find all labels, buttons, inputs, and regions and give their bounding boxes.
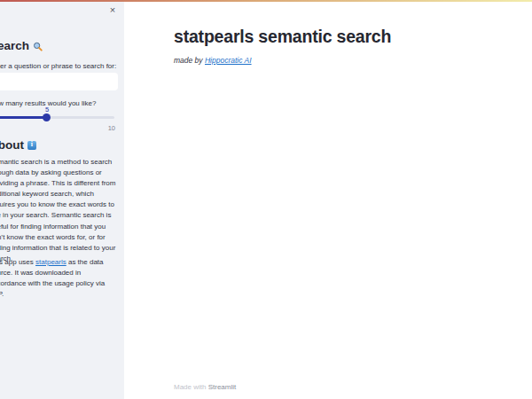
- streamlit-decoration-bar: [0, 0, 532, 2]
- search-icon: [33, 41, 43, 51]
- sidebar: × Search Enter a question or phrase to s…: [0, 0, 124, 399]
- search-heading-label: Search: [0, 39, 29, 52]
- slider-max-label: 10: [108, 124, 115, 132]
- app-window: × Search Enter a question or phrase to s…: [0, 0, 532, 399]
- hippocratic-ai-link[interactable]: Hippocratic AI: [205, 56, 252, 65]
- search-section-heading: Search: [0, 39, 43, 52]
- main-content: statpearls semantic search made by Hippo…: [124, 2, 532, 399]
- byline: made by Hippocratic AI: [174, 56, 252, 65]
- sidebar-content: Search Enter a question or phrase to sea…: [0, 0, 118, 399]
- byline-prefix: made by: [174, 56, 205, 65]
- sidebar-close-button[interactable]: ×: [107, 4, 118, 15]
- about-heading-label: About: [0, 138, 24, 152]
- info-icon: [27, 141, 36, 150]
- streamlit-footer: Made with Streamlit: [174, 383, 236, 391]
- streamlit-brand-link[interactable]: Streamlit: [208, 383, 237, 391]
- page-title: statpearls semantic search: [174, 27, 391, 47]
- source-note-prefix: This app uses: [0, 258, 35, 266]
- slider-current-value: 5: [45, 106, 49, 113]
- slider-track[interactable]: [0, 116, 114, 119]
- footer-prefix: Made with: [174, 383, 208, 391]
- search-query-input[interactable]: [0, 73, 118, 90]
- query-input-label: Enter a question or phrase to search for…: [0, 62, 116, 70]
- slider-thumb[interactable]: [43, 113, 51, 121]
- statpearls-link[interactable]: statpearls: [35, 258, 66, 266]
- about-description: Semantic search is a method to search th…: [0, 157, 118, 264]
- data-source-note: This app uses statpearls as the data sou…: [0, 257, 118, 300]
- results-slider: 5 10: [0, 104, 118, 134]
- about-section-heading: About: [0, 138, 36, 152]
